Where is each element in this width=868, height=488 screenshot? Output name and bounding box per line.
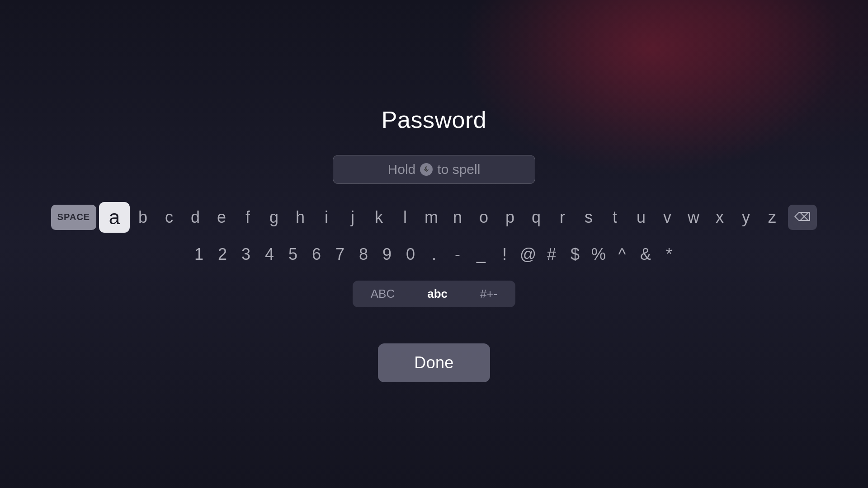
password-input-field[interactable]: Hold to spell [333, 155, 535, 184]
key-x[interactable]: x [707, 204, 733, 231]
key-s[interactable]: s [576, 204, 602, 231]
mode-symbols[interactable]: #+- [464, 282, 514, 305]
key-y[interactable]: y [733, 204, 759, 231]
input-placeholder: Hold to spell [388, 162, 481, 177]
mode-selector: ABC abc #+- [353, 281, 516, 307]
key-o[interactable]: o [471, 204, 497, 231]
key-f[interactable]: f [235, 204, 261, 231]
key-w[interactable]: w [680, 204, 707, 231]
key-5[interactable]: 5 [281, 241, 305, 268]
mode-abc-upper[interactable]: ABC [354, 282, 411, 305]
key-underscore[interactable]: _ [469, 241, 493, 268]
key-z[interactable]: z [759, 204, 785, 231]
main-container: Password Hold to spell SPACE a b c d e f [0, 106, 868, 382]
key-l[interactable]: l [392, 204, 418, 231]
key-hash[interactable]: # [540, 241, 563, 268]
key-exclaim[interactable]: ! [493, 241, 516, 268]
key-n[interactable]: n [444, 204, 471, 231]
keyboard-area: SPACE a b c d e f g h i j k l m n o p q … [51, 202, 817, 307]
key-9[interactable]: 9 [375, 241, 399, 268]
key-p[interactable]: p [497, 204, 523, 231]
key-k[interactable]: k [366, 204, 392, 231]
key-h[interactable]: h [287, 204, 313, 231]
key-g[interactable]: g [261, 204, 287, 231]
key-asterisk[interactable]: * [657, 241, 681, 268]
key-d[interactable]: d [182, 204, 208, 231]
key-at[interactable]: @ [516, 241, 540, 268]
key-caret[interactable]: ^ [610, 241, 634, 268]
spell-text: to spell [437, 162, 480, 177]
key-m[interactable]: m [418, 204, 444, 231]
key-ampersand[interactable]: & [634, 241, 657, 268]
key-t[interactable]: t [602, 204, 628, 231]
key-r[interactable]: r [549, 204, 576, 231]
delete-key[interactable]: ⌫ [788, 205, 817, 230]
key-percent[interactable]: % [587, 241, 610, 268]
key-q[interactable]: q [523, 204, 549, 231]
key-7[interactable]: 7 [328, 241, 352, 268]
key-2[interactable]: 2 [211, 241, 234, 268]
key-dash[interactable]: - [446, 241, 469, 268]
key-b[interactable]: b [130, 204, 156, 231]
key-c[interactable]: c [156, 204, 182, 231]
key-dollar[interactable]: $ [563, 241, 587, 268]
key-e[interactable]: e [208, 204, 235, 231]
key-8[interactable]: 8 [352, 241, 375, 268]
key-i[interactable]: i [313, 204, 340, 231]
key-6[interactable]: 6 [305, 241, 328, 268]
key-v[interactable]: v [654, 204, 680, 231]
key-dot[interactable]: . [422, 241, 446, 268]
mode-abc-lower[interactable]: abc [411, 282, 464, 305]
key-j[interactable]: j [340, 204, 366, 231]
mic-icon [420, 163, 433, 176]
space-key[interactable]: SPACE [51, 205, 96, 230]
hold-text: Hold [388, 162, 416, 177]
key-1[interactable]: 1 [187, 241, 211, 268]
key-0[interactable]: 0 [399, 241, 422, 268]
done-button[interactable]: Done [378, 343, 490, 382]
letters-row: SPACE a b c d e f g h i j k l m n o p q … [51, 202, 817, 233]
key-3[interactable]: 3 [234, 241, 258, 268]
numbers-symbols-row: 1 2 3 4 5 6 7 8 9 0 . - _ ! @ # $ % ^ & … [187, 241, 681, 268]
key-u[interactable]: u [628, 204, 654, 231]
key-4[interactable]: 4 [258, 241, 281, 268]
page-title: Password [382, 106, 486, 133]
key-a-selected[interactable]: a [99, 202, 130, 233]
